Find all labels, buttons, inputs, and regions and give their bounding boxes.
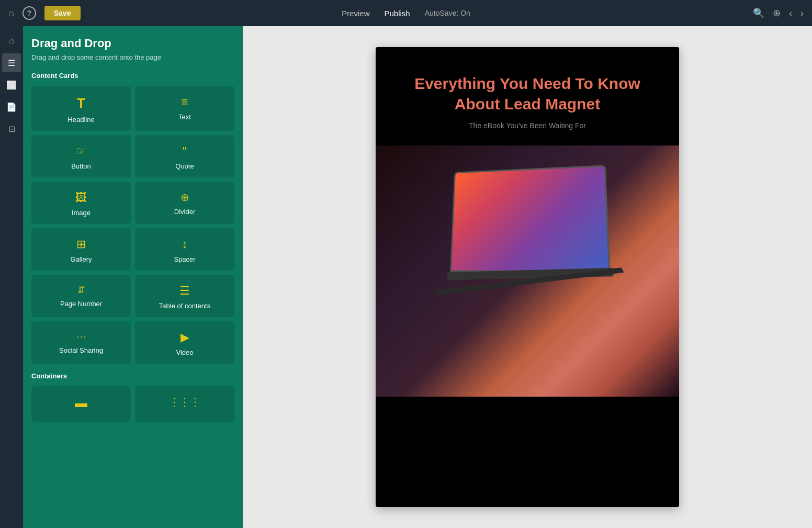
help-button[interactable]: ? <box>22 6 36 20</box>
card-social-sharing[interactable]: ⋯ Social Sharing <box>31 321 131 364</box>
card-table-of-contents[interactable]: ☰ Table of contents <box>135 275 234 317</box>
card-gallery-label: Gallery <box>70 255 92 263</box>
headline-icon: T <box>77 95 85 111</box>
content-cards-label: Content Cards <box>31 72 234 80</box>
card-quote-label: Quote <box>175 162 194 170</box>
divider-icon: ⊕ <box>181 191 189 204</box>
content-cards-grid: T Headline ≡ Text ☞ Button " Quote 🖼 Ima… <box>31 86 234 364</box>
preview-subtitle: The eBook You've Been Waiting For <box>397 121 658 130</box>
single-col-icon: ▬ <box>75 396 87 410</box>
card-divider[interactable]: ⊕ Divider <box>135 182 234 224</box>
card-video-label: Video <box>176 349 193 356</box>
card-video[interactable]: ▶ Video <box>135 321 234 364</box>
rail-layers[interactable]: ⊡ <box>2 119 21 138</box>
card-button[interactable]: ☞ Button <box>31 135 131 177</box>
card-social-label: Social Sharing <box>59 346 103 354</box>
topbar: ⌂ ? Save Preview Publish AutoSave: On 🔍 … <box>0 0 812 26</box>
next-icon[interactable]: › <box>800 8 804 19</box>
containers-label: Containers <box>31 372 234 380</box>
preview-image <box>376 145 679 397</box>
icon-rail: ⌂ ☰ ⬜ 📄 ⊡ <box>0 26 23 528</box>
autosave-status: AutoSave: On <box>425 9 470 17</box>
social-icon: ⋯ <box>76 331 86 342</box>
page-number-icon: ⇵ <box>77 284 85 296</box>
video-icon: ▶ <box>181 331 189 344</box>
spacer-icon: ↕ <box>182 238 188 251</box>
help-icon: ? <box>27 9 32 17</box>
card-button-label: Button <box>71 162 91 170</box>
multi-col-icon: ⋮⋮⋮ <box>169 396 200 408</box>
card-multi-col[interactable]: ⋮⋮⋮ <box>135 386 234 422</box>
text-icon: ≡ <box>182 95 188 109</box>
card-divider-label: Divider <box>174 208 195 216</box>
main-layout: ⌂ ☰ ⬜ 📄 ⊡ Drag and Drop Drag and drop so… <box>0 26 812 528</box>
button-icon: ☞ <box>76 144 86 158</box>
card-quote[interactable]: " Quote <box>135 135 234 177</box>
topbar-right-icons: 🔍 ⊕ ‹ › <box>753 7 804 19</box>
sidebar-panel: Drag and Drop Drag and drop some content… <box>23 26 243 528</box>
card-image[interactable]: 🖼 Image <box>31 182 131 224</box>
rail-page[interactable]: ⬜ <box>2 75 21 94</box>
canvas-area: Everything You Need To Know About Lead M… <box>243 26 812 528</box>
save-button[interactable]: Save <box>44 6 81 20</box>
containers-grid: ▬ ⋮⋮⋮ <box>31 386 234 422</box>
card-page-number-label: Page Number <box>60 300 102 308</box>
preview-title: Everything You Need To Know About Lead M… <box>397 73 658 114</box>
card-spacer-label: Spacer <box>174 255 195 263</box>
image-icon: 🖼 <box>75 191 87 205</box>
zoom-in-icon[interactable]: ⊕ <box>773 7 781 19</box>
rail-list[interactable]: ☰ <box>2 53 21 72</box>
zoom-out-icon[interactable]: 🔍 <box>753 7 764 19</box>
card-text[interactable]: ≡ Text <box>135 86 234 131</box>
card-headline-label: Headline <box>67 116 94 123</box>
card-headline[interactable]: T Headline <box>31 86 131 131</box>
gallery-icon: ⊞ <box>76 238 86 251</box>
card-spacer[interactable]: ↕ Spacer <box>135 228 234 271</box>
card-toc-label: Table of contents <box>159 302 210 310</box>
publish-link[interactable]: Publish <box>384 9 410 18</box>
card-page-number[interactable]: ⇵ Page Number <box>31 275 131 317</box>
prev-icon[interactable]: ‹ <box>789 8 792 19</box>
quote-icon: " <box>183 144 187 158</box>
card-text-label: Text <box>178 113 191 121</box>
card-single-col[interactable]: ▬ <box>31 386 131 422</box>
preview-link[interactable]: Preview <box>342 9 369 18</box>
rail-file[interactable]: 📄 <box>2 97 21 116</box>
preview-cover: Everything You Need To Know About Lead M… <box>376 47 679 130</box>
sidebar-subtitle: Drag and drop some content onto the page <box>31 53 234 61</box>
rail-home[interactable]: ⌂ <box>2 31 21 50</box>
center-nav: Preview Publish AutoSave: On <box>342 9 470 18</box>
laptop-screen <box>450 165 610 272</box>
sidebar-title: Drag and Drop <box>31 37 234 50</box>
card-gallery[interactable]: ⊞ Gallery <box>31 228 131 271</box>
toc-icon: ☰ <box>179 284 190 298</box>
card-image-label: Image <box>72 209 91 217</box>
page-preview: Everything You Need To Know About Lead M… <box>376 47 679 507</box>
home-icon[interactable]: ⌂ <box>8 8 14 19</box>
